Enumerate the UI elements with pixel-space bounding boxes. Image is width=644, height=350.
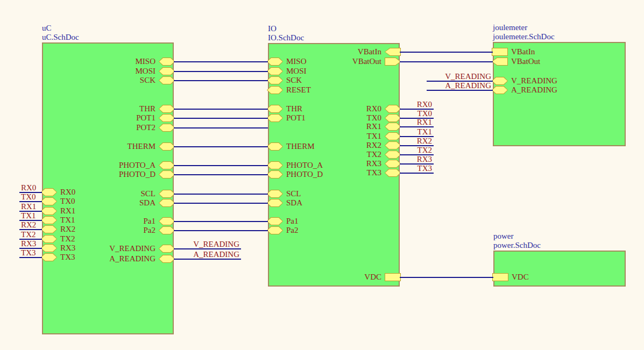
wire-THR[interactable]	[174, 109, 268, 110]
port-label: Pa1	[286, 217, 299, 225]
net-label-RX0[interactable]: RX0	[400, 100, 434, 109]
port-label: MISO	[48, 57, 155, 66]
sheet-filename-uC[interactable]: uC.SchDoc	[42, 33, 79, 41]
port-A_READING[interactable]	[0, 143, 19, 153]
wire-VBatIn[interactable]	[400, 52, 493, 53]
net-label-A_READING[interactable]: A_READING	[174, 250, 241, 259]
sheet-designator-IO[interactable]: IO	[268, 24, 277, 33]
wire-VDC[interactable]	[400, 277, 493, 278]
port-TX1[interactable]	[0, 184, 19, 194]
net-label-TX3[interactable]: TX3	[19, 248, 42, 257]
port-RX3[interactable]	[0, 215, 19, 225]
wire-SDA[interactable]	[174, 203, 268, 204]
port-label: MOSI	[286, 67, 307, 75]
net-label-RX0[interactable]: RX0	[19, 183, 42, 192]
port-POT1[interactable]	[0, 286, 19, 296]
port-THERM[interactable]	[0, 296, 19, 306]
wire-Pa1[interactable]	[174, 221, 268, 222]
port-label: SDA	[286, 198, 302, 207]
port-TX3[interactable]	[0, 225, 19, 235]
net-label-A_READING[interactable]: A_READING	[427, 81, 493, 90]
net-label-RX3[interactable]: RX3	[400, 155, 434, 163]
port-MOSI[interactable]	[0, 245, 19, 255]
net-label-RX3[interactable]: RX3	[19, 239, 42, 248]
port-RX2[interactable]	[0, 194, 19, 204]
sheet-designator-power[interactable]: power	[493, 232, 514, 240]
sheet-filename-IO[interactable]: IO.SchDoc	[268, 33, 304, 42]
wire-THERM[interactable]	[174, 146, 268, 147]
net-label-TX1[interactable]: TX1	[19, 211, 42, 220]
port-shape-rect	[492, 48, 508, 56]
wire-PHOTO_A[interactable]	[174, 165, 268, 166]
wire-MOSI[interactable]	[174, 71, 268, 72]
port-SCL[interactable]	[0, 92, 19, 102]
port-POT2[interactable]	[0, 51, 19, 61]
port-PHOTO_D[interactable]	[0, 82, 19, 92]
port-MISO[interactable]	[0, 235, 19, 245]
port-SCK[interactable]	[0, 20, 19, 31]
net-label-V_READING[interactable]: V_READING	[427, 72, 493, 81]
sheet-filename-joulemeter[interactable]: joulemeter.SchDoc	[493, 32, 555, 41]
port-RESET[interactable]	[0, 266, 19, 276]
port-THR[interactable]	[0, 31, 19, 41]
port-MISO[interactable]	[0, 0, 19, 10]
net-label-TX2[interactable]: TX2	[400, 146, 434, 154]
port-PHOTO_A[interactable]	[0, 306, 19, 317]
port-Pa1[interactable]	[0, 347, 19, 350]
net-label-RX2[interactable]: RX2	[400, 137, 434, 145]
port-label: RX1	[274, 122, 381, 131]
port-label: V_READING	[511, 76, 557, 85]
wire-MISO[interactable]	[174, 61, 268, 62]
port-label: SCL	[286, 189, 301, 198]
port-POT1[interactable]	[0, 41, 19, 51]
port-SDA[interactable]	[0, 102, 19, 112]
net-wire-V_READING[interactable]	[174, 248, 241, 249]
net-label-TX0[interactable]: TX0	[400, 109, 434, 118]
port-Pa1[interactable]	[0, 112, 19, 123]
port-label: VBatIn	[511, 47, 535, 56]
port-RX1[interactable]	[0, 174, 19, 184]
net-label-TX2[interactable]: TX2	[19, 230, 42, 239]
net-label-TX0[interactable]: TX0	[19, 192, 42, 201]
port-THERM[interactable]	[0, 61, 19, 72]
port-V_READING[interactable]	[0, 133, 19, 143]
net-wire-A_READING[interactable]	[174, 259, 241, 260]
sheet-designator-joulemeter[interactable]: joulemeter	[493, 23, 527, 32]
port-MOSI[interactable]	[0, 10, 19, 20]
port-Pa2[interactable]	[0, 123, 19, 133]
wire-PHOTO_D[interactable]	[174, 174, 268, 175]
net-wire-TX3[interactable]	[19, 257, 42, 258]
port-label: VDC	[512, 273, 529, 281]
port-label: TX2	[60, 234, 75, 243]
net-wire-A_READING[interactable]	[427, 90, 493, 91]
net-label-TX3[interactable]: TX3	[400, 164, 434, 173]
port-TX0[interactable]	[0, 163, 19, 174]
net-label-V_READING[interactable]: V_READING	[174, 240, 241, 248]
net-label-RX1[interactable]: RX1	[19, 202, 42, 211]
port-label: Pa2	[286, 226, 299, 234]
port-label: RX2	[274, 141, 381, 149]
sheet-filename-power[interactable]: power.SchDoc	[493, 241, 541, 249]
wire-SCL[interactable]	[174, 194, 268, 195]
port-PHOTO_D[interactable]	[0, 317, 19, 327]
port-label: THERM	[48, 142, 155, 151]
port-SCK[interactable]	[0, 255, 19, 266]
wire-VBatOut[interactable]	[400, 61, 493, 62]
wire-SCK[interactable]	[174, 80, 268, 81]
port-TX2[interactable]	[0, 204, 19, 215]
net-wire-TX3[interactable]	[400, 173, 434, 174]
port-label: TX0	[274, 113, 381, 122]
wire-Pa2[interactable]	[174, 230, 268, 231]
port-PHOTO_A[interactable]	[0, 72, 19, 82]
sheet-designator-uC[interactable]: uC	[42, 24, 52, 32]
net-label-RX2[interactable]: RX2	[19, 220, 42, 229]
wire-POT2[interactable]	[174, 127, 268, 128]
port-THR[interactable]	[0, 276, 19, 286]
wire-POT1[interactable]	[174, 118, 268, 119]
port-label: VBatOut	[511, 57, 540, 66]
net-label-TX1[interactable]: TX1	[400, 127, 434, 136]
port-SCL[interactable]	[0, 327, 19, 337]
port-RX0[interactable]	[0, 153, 19, 163]
net-label-RX1[interactable]: RX1	[400, 118, 434, 126]
port-SDA[interactable]	[0, 337, 19, 347]
